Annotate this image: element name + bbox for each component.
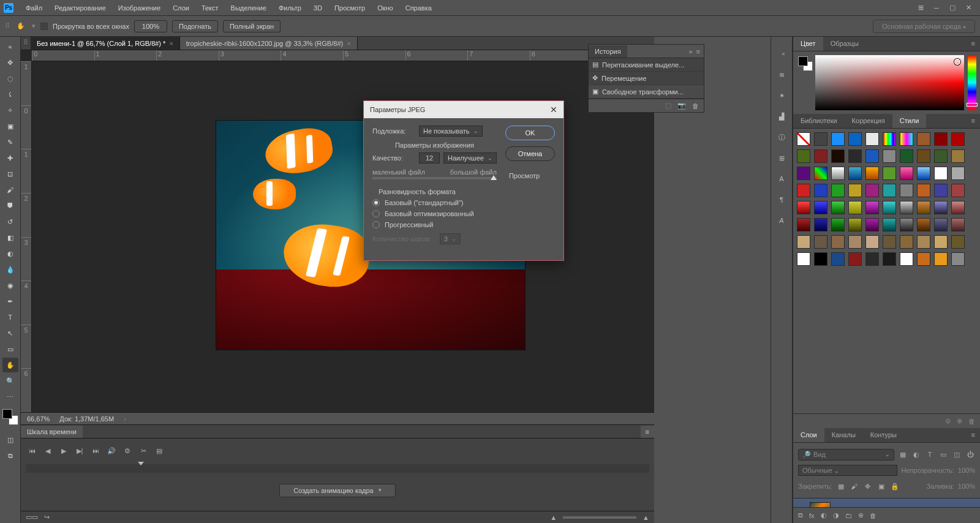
lock-all-icon[interactable]: 🔒 (890, 481, 900, 491)
style-swatch[interactable] (883, 167, 896, 180)
style-swatch[interactable] (848, 235, 862, 249)
style-swatch[interactable] (883, 149, 896, 163)
maximize-icon[interactable]: ▢ (944, 2, 960, 13)
preview-checkbox-row[interactable]: Просмотр (505, 172, 555, 179)
brushes-panel-icon[interactable]: ≋ (775, 69, 788, 81)
menu-window[interactable]: Окно (371, 2, 399, 14)
opacity-value[interactable]: 100% (958, 467, 975, 474)
tab-swatches[interactable]: Образцы (823, 37, 866, 51)
style-swatch[interactable] (917, 201, 930, 214)
minimize-icon[interactable]: ─ (929, 2, 944, 13)
mask-icon[interactable]: ◐ (821, 511, 827, 519)
style-swatch[interactable] (951, 184, 965, 197)
workspace-switcher[interactable]: Основная рабочая среда » (873, 20, 975, 33)
info-panel-icon[interactable]: ⓘ (775, 131, 788, 143)
tab-grip-icon[interactable]: ⠿ (21, 37, 31, 50)
brush-tool-icon[interactable]: 🖌 (2, 182, 18, 197)
style-swatch[interactable] (831, 252, 845, 266)
more-tools-icon[interactable]: ⋯ (2, 389, 18, 404)
path-select-icon[interactable]: ↖ (2, 326, 18, 341)
document-tab[interactable]: tropicheskie-ribki-1600x1200.jpg @ 33,3%… (180, 37, 358, 50)
fx-icon[interactable]: fx (809, 512, 815, 519)
doc-grip-icon[interactable]: ⠿ (5, 22, 10, 30)
tab-close-icon[interactable]: × (347, 40, 350, 47)
screenmode-icon[interactable]: ⧉ (2, 448, 18, 463)
hand-tool-icon[interactable]: ✋ (15, 20, 27, 32)
quality-slider[interactable] (372, 177, 497, 179)
style-swatch[interactable] (951, 235, 965, 249)
delete-layer-icon[interactable]: 🗑 (870, 512, 876, 519)
gradient-tool-icon[interactable]: ◐ (2, 246, 18, 261)
style-swatch[interactable] (934, 235, 948, 249)
glyphs-panel-icon[interactable]: A (775, 214, 788, 227)
status-docsize[interactable]: Док: 1,37M/1,65M (59, 415, 114, 423)
style-swatch[interactable] (917, 132, 930, 146)
new-layer-icon[interactable]: ⊕ (858, 511, 864, 519)
style-swatch[interactable] (848, 201, 862, 214)
color-menu-icon[interactable]: ≡ (967, 37, 980, 51)
lock-pixels-icon[interactable]: 🖌 (850, 481, 859, 491)
style-swatch[interactable] (797, 252, 810, 266)
move-tool-icon[interactable]: ✥ (2, 55, 18, 70)
history-collapse-icon[interactable]: » (688, 48, 692, 55)
style-swatch[interactable] (865, 252, 879, 266)
menu-layers[interactable]: Слои (167, 2, 195, 14)
quality-input[interactable]: 12 (419, 152, 440, 164)
dodge-tool-icon[interactable]: ◉ (2, 278, 18, 293)
style-swatch[interactable] (797, 184, 810, 197)
style-swatch[interactable] (900, 201, 913, 214)
style-swatch[interactable] (797, 167, 810, 180)
style-swatch[interactable] (831, 201, 845, 214)
style-swatch[interactable] (814, 184, 827, 197)
style-swatch[interactable] (951, 167, 965, 180)
filter-toggle-icon[interactable]: ⏻ (965, 450, 975, 459)
style-swatch[interactable] (865, 167, 879, 180)
style-swatch[interactable] (831, 167, 845, 180)
tab-color[interactable]: Цвет (793, 37, 823, 51)
style-swatch[interactable] (831, 132, 845, 146)
filter-text-icon[interactable]: T (925, 450, 935, 459)
quickmask-icon[interactable]: ◫ (2, 432, 18, 447)
tab-paths[interactable]: Контуры (863, 428, 904, 442)
style-swatch[interactable] (883, 201, 896, 214)
timeline-tab[interactable]: Шкала времени (21, 426, 83, 438)
menu-view[interactable]: Просмотр (328, 2, 371, 14)
tab-libraries[interactable]: Библиотеки (793, 114, 845, 128)
quality-dropdown[interactable]: Наилучшее⌄ (443, 152, 497, 164)
crop-tool-icon[interactable]: ▣ (2, 119, 18, 134)
link-layers-icon[interactable]: ⧉ (798, 511, 803, 519)
blur-tool-icon[interactable]: 💧 (2, 262, 18, 277)
cancel-button[interactable]: Отмена (505, 146, 555, 161)
style-swatch[interactable] (934, 149, 948, 163)
blend-mode-select[interactable]: Обычные ⌄ (798, 465, 897, 476)
style-swatch[interactable] (883, 252, 896, 266)
style-swatch[interactable] (934, 184, 948, 197)
style-swatch[interactable] (951, 218, 965, 231)
history-trash-icon[interactable]: 🗑 (692, 102, 699, 110)
menu-text[interactable]: Текст (195, 2, 225, 14)
style-swatch[interactable] (934, 218, 948, 231)
history-row[interactable]: ✥Перемещение (589, 72, 704, 85)
style-swatch[interactable] (900, 184, 913, 197)
style-swatch[interactable] (831, 218, 845, 231)
document-tab-active[interactable]: Без имени-1 @ 66,7% (Слой 1, RGB/8#) *× (31, 37, 180, 50)
style-swatch[interactable] (814, 252, 827, 266)
style-swatch[interactable] (951, 149, 965, 163)
marquee-tool-icon[interactable]: ◌ (2, 71, 18, 86)
hue-slider[interactable] (968, 55, 976, 110)
histogram-panel-icon[interactable]: ▟ (775, 110, 788, 122)
style-swatch[interactable] (951, 132, 965, 146)
style-swatch[interactable] (848, 132, 862, 146)
group-icon[interactable]: 🗀 (845, 512, 852, 519)
styles-menu-icon[interactable]: ≡ (967, 114, 980, 128)
style-swatch[interactable] (917, 184, 930, 197)
zoom-input[interactable]: 100% (134, 20, 167, 32)
menu-image[interactable]: Изображение (112, 2, 167, 14)
layer-filter-dropdown[interactable]: 🔎Вид⌄ (798, 449, 894, 461)
menu-filter[interactable]: Фильтр (273, 2, 307, 14)
style-swatch[interactable] (865, 218, 879, 231)
style-swatch[interactable] (900, 132, 913, 146)
style-swatch[interactable] (917, 149, 930, 163)
style-swatch[interactable] (934, 167, 948, 180)
tl-play-icon[interactable]: ▶ (59, 446, 69, 456)
